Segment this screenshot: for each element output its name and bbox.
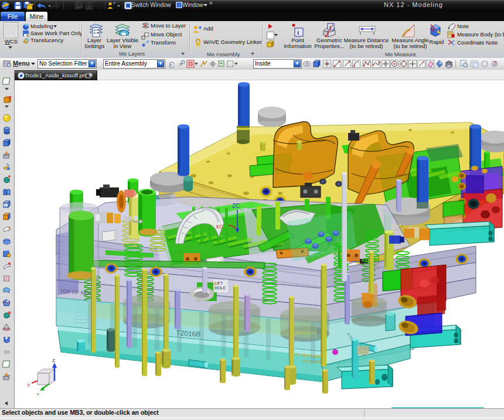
svg-text:FIXED HALF A-20: FIXED HALF A-20 xyxy=(292,331,316,334)
svg-text:T2016B: T2016B xyxy=(176,329,201,339)
svg-text:ZC: ZC xyxy=(232,203,240,209)
svg-text:XC: XC xyxy=(216,224,223,230)
svg-text:X: X xyxy=(27,383,30,388)
svg-text:HOLE: HOLE xyxy=(214,286,226,290)
svg-text:Z: Z xyxy=(52,358,55,363)
svg-text:LIFT: LIFT xyxy=(214,281,223,285)
svg-text:i: i xyxy=(297,29,299,36)
svg-text:Y: Y xyxy=(36,392,40,397)
